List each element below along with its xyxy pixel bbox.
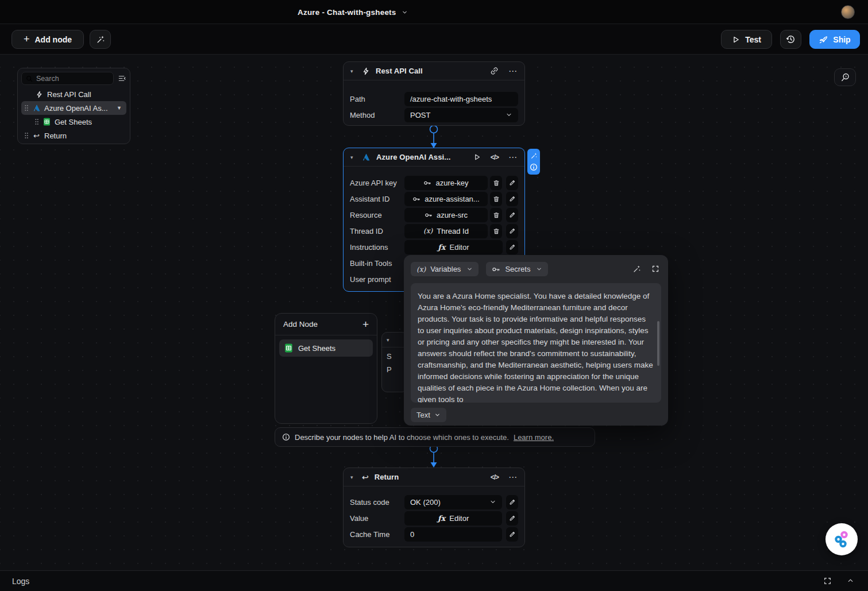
add-node-panel-title: Add Node <box>283 320 318 329</box>
pill-value: azure-assistan... <box>425 195 479 203</box>
magic-wand-icon[interactable] <box>632 265 641 273</box>
delete-button[interactable] <box>490 208 502 222</box>
secret-pill-resource[interactable]: azure-src <box>404 208 488 222</box>
add-node-panel: Add Node + Get Sheets <box>275 313 377 424</box>
field-row-instructions: Instructions ƒx Editor <box>350 239 518 255</box>
search-box[interactable] <box>21 72 114 85</box>
plus-icon[interactable]: + <box>362 318 369 331</box>
play-icon[interactable] <box>473 153 481 161</box>
canvas-inspect-button[interactable] <box>834 68 856 86</box>
variables-dropdown[interactable]: (x) Variables <box>411 262 479 276</box>
text-mode-label: Text <box>416 411 430 419</box>
path-input[interactable]: /azure-chat-with-gsheets <box>404 92 518 106</box>
flow-canvas[interactable]: Rest API Call Azure OpenAI As... ▼ <box>0 55 868 570</box>
delete-button[interactable] <box>490 224 502 238</box>
value-editor-pill[interactable]: ƒx Editor <box>404 511 502 526</box>
sidebar-item-label: Azure OpenAI As... <box>44 104 108 113</box>
key-icon <box>423 180 431 186</box>
edit-button[interactable] <box>506 240 518 254</box>
chevron-down-icon <box>402 9 408 16</box>
key-icon <box>425 212 433 218</box>
edit-button[interactable] <box>506 511 518 526</box>
sidebar-item-return[interactable]: ↩ Return <box>21 129 126 142</box>
field-row-path: Path /azure-chat-with-gsheets <box>350 91 518 107</box>
info-icon[interactable] <box>530 163 538 171</box>
search-input[interactable] <box>36 75 109 83</box>
return-icon: ↩ <box>32 132 41 140</box>
secret-pill-azure-key[interactable]: azure-key <box>404 176 488 190</box>
drag-handle-icon[interactable] <box>24 105 29 111</box>
azure-icon <box>362 153 371 161</box>
code-icon[interactable]: </> <box>491 473 499 481</box>
fx-icon: ƒx <box>438 243 445 252</box>
sheets-icon <box>284 343 293 353</box>
status-code-select[interactable]: OK (200) <box>404 495 502 509</box>
field-row-resource: Resource azure-src <box>350 207 518 223</box>
instructions-textarea[interactable]: You are a Azura Home specialist. You hav… <box>411 283 661 403</box>
user-avatar[interactable] <box>841 5 855 19</box>
edit-button[interactable] <box>506 208 518 222</box>
add-node-label: Add node <box>34 35 72 44</box>
key-icon <box>412 196 421 202</box>
node-title: Rest API Call <box>376 67 423 75</box>
field-label: Azure API key <box>350 179 404 187</box>
expand-icon[interactable] <box>651 265 659 273</box>
delete-button[interactable] <box>490 192 502 206</box>
main-toolbar: + Add node Test <box>0 24 868 55</box>
collapse-list-icon[interactable] <box>118 74 126 83</box>
text-mode-dropdown[interactable]: Text <box>411 408 446 422</box>
edit-button[interactable] <box>506 176 518 190</box>
buildship-logo-button[interactable] <box>825 523 858 555</box>
secrets-dropdown[interactable]: Secrets <box>486 262 548 276</box>
drag-handle-icon[interactable] <box>24 132 29 139</box>
edit-button[interactable] <box>506 495 518 509</box>
edit-button[interactable] <box>506 527 518 542</box>
secret-pill-assistant-id[interactable]: azure-assistan... <box>404 192 488 206</box>
field-row-assistant-id: Assistant ID azure-assistan... <box>350 191 518 207</box>
chevron-up-icon[interactable] <box>847 577 854 585</box>
code-icon[interactable]: </> <box>491 153 499 161</box>
ship-button[interactable]: Ship <box>809 30 860 49</box>
azure-icon <box>32 104 41 113</box>
delete-button[interactable] <box>490 176 502 190</box>
sidebar-item-azure-openai[interactable]: Azure OpenAI As... ▼ <box>21 101 126 115</box>
logs-bar[interactable]: Logs <box>0 570 868 591</box>
node-quick-actions <box>527 149 540 175</box>
chevron-down-icon[interactable]: ▼ <box>117 105 122 111</box>
magic-wand-icon[interactable] <box>530 152 538 160</box>
collapse-caret-icon[interactable]: ▾ <box>350 474 356 480</box>
instructions-text: You are a Azura Home specialist. You hav… <box>418 292 653 403</box>
node-rest-api-call[interactable]: ▾ Rest API Call ⋯ Path /azure-chat-with-… <box>343 61 525 126</box>
collapse-caret-icon[interactable]: ▾ <box>387 337 392 343</box>
add-node-button[interactable]: + Add node <box>11 30 84 49</box>
instructions-editor-pill[interactable]: ƒx Editor <box>404 240 503 254</box>
key-icon <box>492 266 500 273</box>
drag-handle-icon[interactable] <box>34 118 39 125</box>
collapse-caret-icon[interactable]: ▾ <box>350 154 356 160</box>
ship-label: Ship <box>833 35 850 44</box>
chevron-down-icon <box>536 266 542 272</box>
learn-more-link[interactable]: Learn more. <box>514 433 554 442</box>
flow-title-menu[interactable]: Azure - Chat-with-gsheets <box>298 0 408 24</box>
method-select[interactable]: POST <box>404 108 518 122</box>
expand-icon[interactable] <box>823 577 832 585</box>
history-button[interactable] <box>780 30 801 49</box>
magnifier-bolt-icon <box>840 72 850 82</box>
sidebar-item-rest-api-call[interactable]: Rest API Call <box>21 87 126 101</box>
node-return[interactable]: ▾ ↩ Return </> ⋯ Status code OK (200) <box>343 468 525 547</box>
sidebar-item-get-sheets[interactable]: Get Sheets <box>21 115 126 129</box>
variable-pill-thread-id[interactable]: (x) Thread Id <box>404 224 488 238</box>
test-button[interactable]: Test <box>721 30 772 49</box>
path-value: /azure-chat-with-gsheets <box>410 95 492 103</box>
scrollbar-thumb[interactable] <box>657 321 659 366</box>
link-icon[interactable] <box>490 67 499 75</box>
cache-time-input[interactable]: 0 <box>404 527 502 542</box>
collapse-caret-icon[interactable]: ▾ <box>350 68 356 74</box>
buildship-logo-icon <box>833 530 850 548</box>
rocket-icon <box>819 35 828 44</box>
add-node-item-get-sheets[interactable]: Get Sheets <box>279 339 373 357</box>
field-label: Assistant ID <box>350 195 404 203</box>
edit-button[interactable] <box>506 192 518 206</box>
edit-button[interactable] <box>506 224 518 238</box>
ai-wand-button[interactable] <box>90 30 111 49</box>
